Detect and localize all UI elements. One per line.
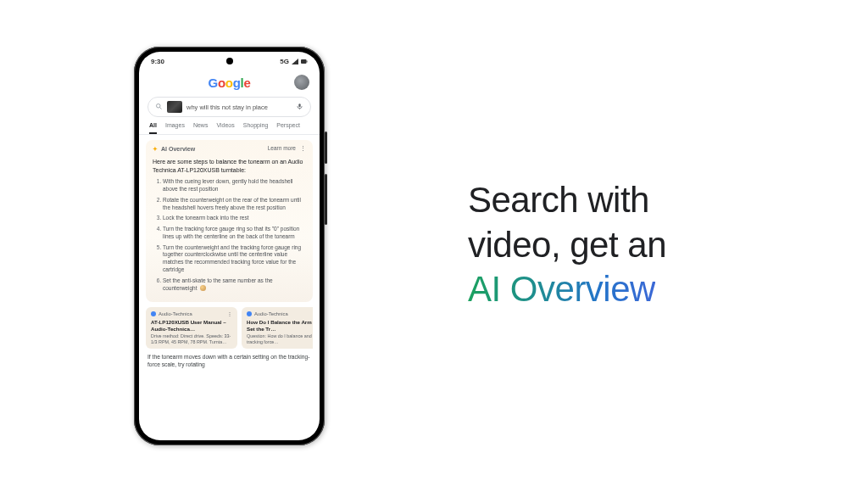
source-name: Audio-Technica [254,311,288,316]
ai-steps-list: With the cueing lever down, gently hold … [153,178,306,292]
ai-step: Turn the tracking force gauge ring so th… [163,226,306,241]
ai-step: Set the anti-skate to the same number as… [163,277,306,293]
tab-images[interactable]: Images [165,122,185,134]
front-camera-notch [226,58,233,64]
video-thumbnail[interactable] [167,101,182,113]
tab-perspectives[interactable]: Perspect [276,122,300,134]
emoji-icon [200,285,206,291]
source-card[interactable]: Audio-Technica How Do I Balance the Arm … [242,307,313,349]
tagline-line1: Search with [468,180,649,220]
sparkle-icon: ✦ [153,145,158,153]
ai-step: Turn the counterweight and the tracking … [163,244,306,274]
card-overflow-icon[interactable]: ⋮ [227,311,232,316]
status-time: 9:30 [151,58,164,65]
mic-icon[interactable] [296,103,303,112]
phone-power-button [325,131,327,164]
tab-all[interactable]: All [149,122,157,134]
account-avatar[interactable] [294,75,309,90]
ai-step: Rotate the counterweight on the rear of … [163,197,306,212]
results-content[interactable]: ✦ AI Overview Learn more ⋮ Here are some… [139,135,320,440]
phone-frame: 9:30 5G Google why will [134,47,325,445]
phone-screen: 9:30 5G Google why will [139,52,320,440]
ai-step: Lock the tonearm back into the rest [163,215,306,222]
search-bar[interactable]: why will this not stay in place [147,97,311,117]
card-title: How Do I Balance the Arm and Set the Tr… [247,319,313,332]
google-logo[interactable]: Google [209,76,251,90]
tagline-line3: AI Overview [468,269,655,309]
learn-more-link[interactable]: Learn more [268,145,296,153]
svg-rect-0 [301,59,307,64]
tab-videos[interactable]: Videos [216,122,234,134]
tab-shopping[interactable]: Shopping [243,122,269,134]
followup-text: If the tonearm moves down with a certain… [147,354,311,368]
ai-intro-text: Here are some steps to balance the tonea… [153,158,306,174]
search-query-text: why will this not stay in place [186,103,292,111]
battery-icon [301,59,308,64]
ai-overview-label: AI Overview [161,145,195,153]
svg-rect-1 [307,60,308,62]
marketing-tagline: Search with video, get an AI Overview [468,178,790,312]
ai-step: With the cueing lever down, gently hold … [163,178,306,193]
ai-overview-box: ✦ AI Overview Learn more ⋮ Here are some… [146,140,313,302]
source-card[interactable]: Audio-Technica ⋮ AT-LP120XUSB User Manua… [146,307,237,349]
phone-volume-button [325,174,327,225]
card-title: AT-LP120XUSB User Manual – Audio-Technic… [151,319,232,332]
favicon-icon [247,311,252,316]
status-network: 5G [280,58,289,65]
svg-rect-4 [298,103,300,107]
search-icon [155,103,163,112]
svg-point-2 [157,103,161,108]
svg-line-3 [159,107,161,109]
tagline-line2: video, get an [468,225,666,265]
source-cards-row[interactable]: Audio-Technica ⋮ AT-LP120XUSB User Manua… [146,307,313,349]
card-desc: Question: How do I balance and set the t… [247,333,313,344]
google-header: Google [139,70,320,93]
card-desc: Drive method: Direct drive. Speeds: 33-1… [151,333,232,344]
tab-news[interactable]: News [193,122,209,134]
ai-overflow-icon[interactable]: ⋮ [300,145,306,153]
search-tabs: All Images News Videos Shopping Perspect [139,122,320,135]
source-name: Audio-Technica [159,311,192,316]
favicon-icon [151,311,156,316]
signal-icon [292,59,298,64]
